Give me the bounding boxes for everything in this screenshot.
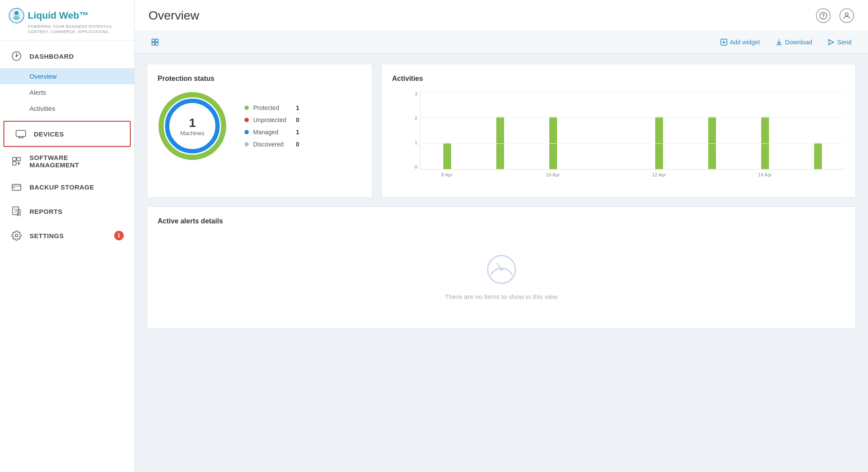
reports-label: REPORTS — [30, 208, 63, 215]
legend-label-managed: Managed — [253, 129, 286, 136]
sidebar-item-activities[interactable]: Activities — [0, 100, 134, 116]
svg-rect-17 — [155, 39, 158, 42]
bar-5 — [708, 117, 716, 169]
add-widget-button[interactable]: Add widget — [714, 36, 766, 48]
bar-group-1 — [477, 117, 524, 169]
x-label-blank4 — [795, 172, 842, 177]
top-bar-actions — [816, 8, 854, 23]
sidebar-item-software-management[interactable]: SOFTWAREMANAGEMENT — [0, 148, 134, 175]
page-title: Overview — [149, 9, 199, 23]
donut-center: 1 Machines — [180, 116, 205, 136]
sidebar-item-dashboard[interactable]: DASHBOARD — [0, 44, 134, 68]
svg-rect-6 — [13, 157, 16, 161]
x-label-blank3 — [689, 172, 736, 177]
x-label-10apr: 10 Apr — [529, 172, 576, 177]
y-label-3: 3 — [415, 91, 417, 96]
legend-dot-managed — [244, 130, 249, 134]
sidebar-item-settings[interactable]: SETTINGS 1 — [0, 223, 134, 248]
x-label-8apr: 8 Apr — [423, 172, 470, 177]
widgets-row-top: Protection status 1 — [147, 64, 856, 198]
software-icon — [10, 155, 23, 167]
logo-tagline2: Content. Commerce. Applications. — [9, 30, 125, 34]
top-bar: Overview — [135, 0, 868, 31]
protection-legend: Protected 1 Unprotected 0 Managed 1 — [244, 104, 299, 148]
svg-point-15 — [845, 13, 848, 16]
devices-label: DEVICES — [34, 130, 64, 138]
bar-group-7 — [795, 143, 842, 169]
bar-4 — [655, 117, 663, 169]
protection-content: 1 Machines Protected 1 Unprot — [158, 91, 362, 161]
bar-1 — [496, 117, 504, 169]
y-label-2: 2 — [415, 116, 417, 121]
legend-item-discovered: Discovered 0 — [244, 141, 299, 148]
help-icon[interactable] — [816, 8, 831, 23]
sidebar-item-backup-storage[interactable]: BACKUP STORAGE — [0, 175, 134, 199]
logo-text: Liquid Web™ — [28, 10, 89, 21]
svg-point-2 — [15, 11, 18, 15]
bar-group-0 — [424, 143, 471, 169]
legend-item-unprotected: Unprotected 0 — [244, 116, 299, 123]
legend-value-managed: 1 — [290, 129, 299, 136]
logo-brand: Liquid Web™ — [9, 8, 125, 23]
active-alerts-title: Active alerts details — [158, 217, 845, 225]
donut-chart: 1 Machines — [158, 91, 227, 161]
svg-rect-19 — [155, 43, 158, 45]
expand-button[interactable] — [145, 36, 165, 49]
download-button[interactable]: Download — [769, 36, 818, 48]
chart-area: 3 2 1 0 — [392, 91, 845, 187]
sidebar-item-reports[interactable]: REPORTS — [0, 199, 134, 223]
bar-group-6 — [742, 117, 789, 169]
svg-rect-18 — [152, 43, 155, 45]
svg-point-14 — [823, 17, 824, 18]
legend-value-discovered: 0 — [290, 141, 299, 148]
software-label: SOFTWAREMANAGEMENT — [30, 154, 79, 169]
bar-group-4 — [636, 117, 683, 169]
logo-icon — [9, 8, 24, 23]
dashboard-area: Protection status 1 — [135, 53, 868, 472]
legend-value-protected: 1 — [290, 104, 299, 111]
protection-status-title: Protection status — [158, 75, 362, 83]
logo-tagline1: POWERING YOUR BUSINESS POTENTIAL — [9, 24, 125, 29]
devices-icon — [15, 128, 27, 140]
empty-text: There are no items to show in this view — [445, 293, 558, 300]
svg-point-12 — [15, 234, 18, 237]
svg-rect-16 — [152, 39, 155, 42]
legend-label-protected: Protected — [253, 104, 286, 111]
sidebar: Liquid Web™ POWERING YOUR BUSINESS POTEN… — [0, 0, 135, 472]
svg-rect-7 — [13, 162, 16, 165]
activities-widget: Activities 3 2 1 0 — [381, 64, 856, 198]
sidebar-item-devices[interactable]: DEVICES — [3, 121, 131, 147]
toolbar-right: Add widget Download Send — [714, 36, 858, 48]
settings-badge: 1 — [114, 231, 124, 240]
bar-group-2 — [530, 117, 577, 169]
x-label-blank1 — [476, 172, 523, 177]
bar-7 — [814, 143, 822, 169]
toolbar: Add widget Download Send — [135, 31, 868, 53]
empty-icon — [484, 251, 519, 286]
donut-center-label: Machines — [180, 130, 205, 136]
x-label-12apr: 12 Apr — [636, 172, 683, 177]
protection-status-widget: Protection status 1 — [147, 64, 373, 198]
active-alerts-widget: Active alerts details There are no items… — [147, 206, 856, 329]
settings-icon — [10, 229, 23, 242]
svg-point-10 — [13, 187, 15, 189]
dashboard-icon — [10, 50, 23, 62]
legend-dot-unprotected — [244, 118, 249, 122]
legend-label-discovered: Discovered — [253, 141, 286, 148]
user-icon[interactable] — [839, 8, 854, 23]
main-content: Overview Add widget Download — [135, 0, 868, 472]
bar-2 — [549, 117, 557, 169]
nav-section-dashboard: DASHBOARD Overview Alerts Activities — [0, 40, 134, 120]
send-button[interactable]: Send — [822, 36, 858, 48]
sidebar-item-alerts[interactable]: Alerts — [0, 84, 134, 100]
legend-item-managed: Managed 1 — [244, 129, 299, 136]
y-label-0: 0 — [415, 164, 417, 170]
donut-center-number: 1 — [180, 116, 205, 130]
backup-icon — [10, 181, 23, 193]
bar-0 — [443, 143, 451, 169]
legend-dot-discovered — [244, 142, 249, 146]
toolbar-left — [145, 36, 165, 49]
activities-title: Activities — [392, 75, 845, 83]
sidebar-item-overview[interactable]: Overview — [0, 68, 134, 84]
legend-item-protected: Protected 1 — [244, 104, 299, 111]
